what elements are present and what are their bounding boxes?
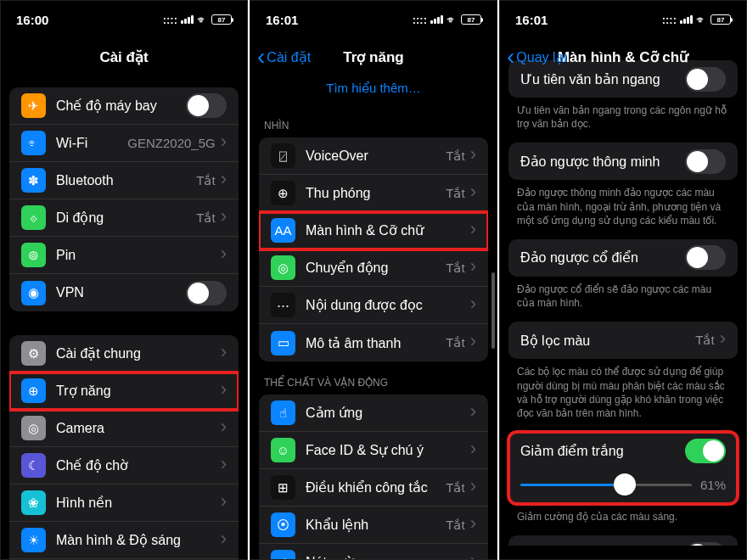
toggle[interactable] <box>186 93 227 118</box>
row-label: Chế độ chờ <box>56 457 221 473</box>
row-icon: ◖ <box>271 550 295 560</box>
reduce-white-point-group: Giảm điểm trắng 61% <box>508 432 738 504</box>
chevron-icon <box>470 299 476 312</box>
chevron-icon <box>470 187 476 200</box>
settings-row[interactable]: ᯤWi-FiGENZ2020_5G <box>9 125 239 162</box>
settings-row[interactable]: ⊞Điều khiển công tắcTắt <box>259 469 488 507</box>
row-icon: ❀ <box>21 490 46 515</box>
row-label: Thu phóng <box>306 186 446 201</box>
row-icon: ◉ <box>21 281 46 305</box>
settings-row[interactable]: ⍁VoiceOverTắt <box>259 137 488 175</box>
row-icon: ⍁ <box>271 143 295 168</box>
chevron-icon <box>221 384 227 398</box>
row-icon: ▭ <box>271 331 295 356</box>
row-label: Màn hình & Độ sáng <box>56 532 221 548</box>
section-physical: THỂ CHẤT VÀ VẬN ĐỘNG <box>250 361 497 395</box>
row-label: Nút sườn <box>306 554 470 560</box>
settings-row[interactable]: ⟐Di độngTắt <box>9 199 239 237</box>
settings-row[interactable]: ⦿Khẩu lệnhTắt <box>259 507 488 544</box>
row-icon: ◎ <box>271 255 295 280</box>
chevron-icon <box>221 174 227 188</box>
row-label: Pin <box>56 248 221 263</box>
row-label: VPN <box>56 285 186 300</box>
settings-row[interactable]: ⊕Trợ năng <box>9 372 239 410</box>
settings-row[interactable]: ◉VPN <box>9 274 239 311</box>
settings-row[interactable]: ✽BluetoothTắt <box>9 162 239 199</box>
learn-more-link[interactable]: Tìm hiểu thêm… <box>250 76 497 104</box>
settings-row[interactable]: ⚙︎Cài đặt chung <box>9 335 239 372</box>
chevron-icon <box>221 459 227 473</box>
row-label: Khẩu lệnh <box>306 517 446 533</box>
row-icon: ☾ <box>21 453 46 478</box>
settings-row[interactable]: ☺︎Face ID & Sự chú ý <box>259 432 488 469</box>
row-smart-invert[interactable]: Đảo ngược thông minh <box>508 143 738 180</box>
page-title: Cài đặt <box>99 48 148 66</box>
row-label: Camera <box>56 421 221 436</box>
toggle[interactable] <box>685 542 726 546</box>
settings-row[interactable]: ☀︎Màn hình & Độ sáng <box>9 522 239 559</box>
toggle[interactable] <box>685 245 726 270</box>
toggle[interactable] <box>685 67 726 92</box>
row-classic-invert[interactable]: Đảo ngược cổ điển <box>508 239 738 277</box>
chevron-icon <box>470 261 476 275</box>
row-label: VoiceOver <box>306 148 446 164</box>
clock: 16:01 <box>515 13 548 27</box>
settings-row[interactable]: ◎Chuyển độngTắt <box>259 249 488 287</box>
row-label: Nội dung được đọc <box>306 297 470 313</box>
row-label: Điều khiển công tắc <box>306 479 446 496</box>
toggle-reduce-white[interactable] <box>685 439 726 463</box>
row-icon: ☺︎ <box>271 438 295 462</box>
row-icon: ⚙︎ <box>21 341 46 366</box>
toggle[interactable] <box>685 149 726 174</box>
row-label: Mô tả âm thanh <box>306 335 446 351</box>
row-icon: ⦿ <box>271 512 295 537</box>
row-label: Cài đặt chung <box>56 345 221 361</box>
chevron-icon <box>470 224 476 238</box>
chevron-icon <box>221 496 227 510</box>
settings-row[interactable]: ⋯Nội dung được đọc <box>259 287 488 324</box>
row-label: Màn hình & Cỡ chữ <box>306 222 470 238</box>
settings-row[interactable]: ✈︎Chế độ máy bay <box>9 87 239 125</box>
row-icon: ⊚ <box>21 243 46 267</box>
chevron-icon <box>470 481 476 495</box>
back-button[interactable]: Cài đặt <box>257 49 311 65</box>
row-icon: ☝︎ <box>271 400 295 425</box>
chevron-icon <box>470 556 476 561</box>
settings-row[interactable]: ❀Hình nền <box>9 484 239 522</box>
settings-row[interactable]: ☾Chế độ chờ <box>9 447 239 484</box>
row-auto-brightness[interactable]: Độ sáng tự động <box>508 535 738 546</box>
chevron-icon <box>221 211 227 225</box>
settings-row[interactable]: ◖Nút sườn <box>259 544 488 560</box>
row-icon: AA <box>271 218 295 243</box>
white-point-slider[interactable] <box>520 484 692 486</box>
settings-row[interactable]: AAMàn hình & Cỡ chữ <box>259 212 488 249</box>
chevron-icon <box>470 149 476 163</box>
page-title: Trợ năng <box>343 48 403 66</box>
clock: 16:01 <box>266 13 298 27</box>
row-icon: ✈︎ <box>21 93 46 118</box>
row-icon: ☀︎ <box>21 528 46 552</box>
chevron-icon <box>720 333 726 347</box>
settings-row[interactable]: ◎Camera <box>9 410 239 447</box>
toggle[interactable] <box>186 281 227 305</box>
row-label: Cảm ứng <box>306 405 470 421</box>
row-icon: ⟐ <box>21 205 46 230</box>
settings-row[interactable]: ☝︎Cảm ứng <box>259 395 488 432</box>
row-label: Wi-Fi <box>56 136 127 151</box>
chevron-icon <box>221 249 227 262</box>
row-label: Di động <box>56 210 196 226</box>
row-color-filters[interactable]: Bộ lọc màuTắt <box>508 322 738 359</box>
status-bar: 16:01 ::::ᯤ87 <box>250 1 497 38</box>
settings-row[interactable]: ⊚Pin <box>9 237 239 274</box>
row-icon: ✽ <box>21 168 46 193</box>
row-icon: ᯤ <box>21 131 46 155</box>
row-horizontal-text[interactable]: Ưu tiên văn bản ngang <box>508 60 738 98</box>
chevron-icon <box>470 444 476 457</box>
settings-row[interactable]: ⊕Thu phóngTắt <box>259 175 488 212</box>
settings-row[interactable]: ▭Mô tả âm thanhTắt <box>259 324 488 361</box>
row-icon: ⊞ <box>271 475 295 500</box>
row-label: Bluetooth <box>56 173 196 188</box>
chevron-icon <box>221 422 227 435</box>
wifi-icon: ᯤ <box>197 14 208 26</box>
screen-display-text: 16:01 ::::ᯤ87 Quay lại Màn hình & Cỡ chữ… <box>499 0 747 560</box>
